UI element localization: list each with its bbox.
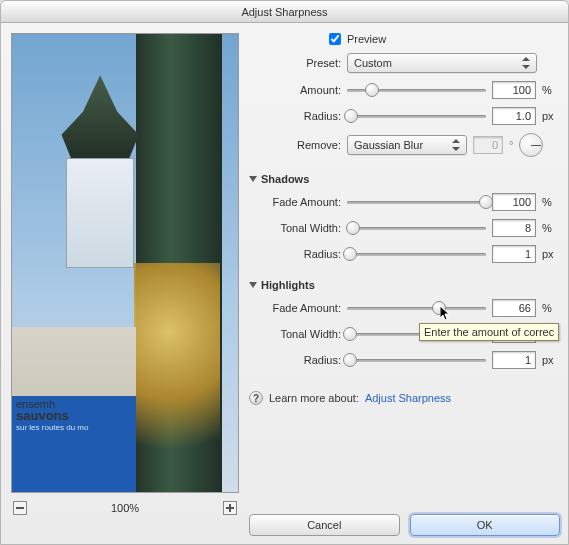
shadows-tonal-field[interactable] [492, 219, 536, 237]
highlights-radius-slider[interactable] [347, 352, 486, 368]
preview-checkbox[interactable] [329, 33, 341, 45]
amount-label: Amount: [249, 84, 341, 96]
highlights-fade-label: Fade Amount: [249, 302, 341, 314]
preview-checkbox-row: Preview [249, 33, 560, 45]
highlights-fade-row: Fade Amount: % [249, 299, 560, 317]
zoom-level: 100% [111, 502, 139, 514]
shadows-tonal-label: Tonal Width: [249, 222, 341, 234]
shadows-fade-label: Fade Amount: [249, 196, 341, 208]
shadows-heading-label: Shadows [261, 173, 309, 185]
shadows-fade-unit: % [542, 196, 560, 208]
remove-select[interactable]: Gaussian Blur [347, 135, 467, 155]
remove-value: Gaussian Blur [354, 139, 423, 151]
amount-field[interactable] [492, 81, 536, 99]
dialog-buttons: Cancel OK [249, 504, 560, 536]
shadows-radius-field[interactable] [492, 245, 536, 263]
titlebar: Adjust Sharpness [1, 1, 568, 23]
highlights-radius-label: Radius: [249, 354, 341, 366]
radius-label: Radius: [249, 110, 341, 122]
highlights-heading[interactable]: Highlights [249, 279, 560, 291]
chevron-updown-icon [450, 139, 462, 151]
shadows-radius-label: Radius: [249, 248, 341, 260]
highlights-radius-unit: px [542, 354, 560, 366]
preview-image: ensemh sauvons sur les routes du mo [12, 34, 238, 492]
highlights-fade-slider[interactable] [347, 300, 486, 316]
banner-text: ensemh sauvons sur les routes du mo [12, 396, 136, 492]
radius-slider[interactable] [347, 108, 486, 124]
ok-button-label: OK [477, 519, 493, 531]
highlights-radius-row: Radius: px [249, 351, 560, 369]
amount-row: Amount: % [249, 81, 560, 99]
radius-unit: px [542, 110, 560, 122]
learn-more-prefix: Learn more about: [269, 392, 359, 404]
dialog-body: ensemh sauvons sur les routes du mo 100%… [1, 23, 568, 544]
remove-row: Remove: Gaussian Blur ° [249, 133, 560, 157]
learn-more-row: ? Learn more about: Adjust Sharpness [249, 391, 560, 405]
highlights-radius-field[interactable] [492, 351, 536, 369]
preview-image-frame[interactable]: ensemh sauvons sur les routes du mo [11, 33, 239, 493]
ok-button[interactable]: OK [410, 514, 561, 536]
tooltip: Enter the amount of correc [419, 323, 559, 341]
remove-angle-field [473, 136, 503, 154]
shadows-radius-unit: px [542, 248, 560, 260]
right-pane: Preview Preset: Custom Amount: % Radius: [249, 33, 560, 536]
shadows-radius-slider[interactable] [347, 246, 486, 262]
shadows-fade-slider[interactable] [347, 194, 486, 210]
preset-row: Preset: Custom [249, 53, 560, 73]
shadows-radius-row: Radius: px [249, 245, 560, 263]
radius-field[interactable] [492, 107, 536, 125]
learn-more-link[interactable]: Adjust Sharpness [365, 392, 451, 404]
window-title: Adjust Sharpness [241, 6, 327, 18]
shadows-heading[interactable]: Shadows [249, 173, 560, 185]
remove-label: Remove: [249, 139, 341, 151]
shadows-fade-row: Fade Amount: % [249, 193, 560, 211]
preset-select[interactable]: Custom [347, 53, 537, 73]
help-icon[interactable]: ? [249, 391, 263, 405]
highlights-fade-field[interactable] [492, 299, 536, 317]
zoom-in-button[interactable] [223, 501, 237, 515]
chevron-updown-icon [520, 57, 532, 69]
shadows-fade-field[interactable] [492, 193, 536, 211]
angle-dial[interactable] [519, 133, 543, 157]
shadows-tonal-unit: % [542, 222, 560, 234]
zoom-controls: 100% [11, 493, 239, 515]
radius-row: Radius: px [249, 107, 560, 125]
highlights-heading-label: Highlights [261, 279, 315, 291]
preview-checkbox-label: Preview [347, 33, 386, 45]
cancel-button[interactable]: Cancel [249, 514, 400, 536]
shadows-tonal-row: Tonal Width: % [249, 219, 560, 237]
amount-slider[interactable] [347, 82, 486, 98]
left-pane: ensemh sauvons sur les routes du mo 100% [11, 33, 239, 536]
disclosure-triangle-icon [249, 176, 257, 182]
highlights-tonal-row: Tonal Width: % Enter the amount of corre… [249, 325, 560, 343]
zoom-out-button[interactable] [13, 501, 27, 515]
degree-symbol: ° [509, 139, 513, 151]
amount-unit: % [542, 84, 560, 96]
highlights-fade-unit: % [542, 302, 560, 314]
dialog-window: Adjust Sharpness ensemh sauvons sur les … [0, 0, 569, 545]
shadows-tonal-slider[interactable] [347, 220, 486, 236]
disclosure-triangle-icon [249, 282, 257, 288]
preset-value: Custom [354, 57, 392, 69]
preset-label: Preset: [249, 57, 341, 69]
highlights-tonal-label: Tonal Width: [249, 328, 341, 340]
cancel-button-label: Cancel [307, 519, 341, 531]
